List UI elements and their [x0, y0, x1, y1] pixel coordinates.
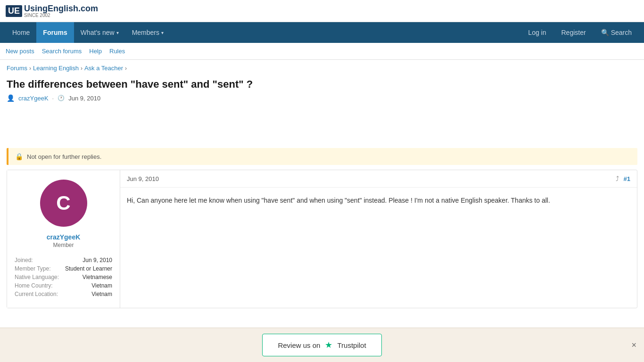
nav-search[interactable]: 🔍 Search: [594, 22, 638, 43]
ad-area: [0, 107, 644, 144]
post-actions: ⤴ #1: [616, 175, 630, 182]
main-nav: Home Forums What's new ▾ Members ▾ Log i…: [0, 22, 644, 43]
page-title: The differences between "have sent" and …: [0, 74, 644, 92]
nav-forums[interactable]: Forums: [36, 22, 74, 43]
user-sidebar: C crazYgeeK Member Joined: Jun 9, 2010 M…: [7, 170, 120, 308]
home-country-value: Vietnam: [64, 281, 112, 290]
breadcrumb-ask-a-teacher[interactable]: Ask a Teacher: [84, 65, 123, 72]
nav-whats-new[interactable]: What's new ▾: [74, 22, 125, 43]
sub-nav: New posts Search forums Help Rules: [0, 43, 644, 60]
member-type-label: Member Type:: [15, 264, 64, 273]
breadcrumb-sep-2: ›: [81, 65, 83, 72]
post-body: Hi, Can anyone here let me know when usi…: [120, 188, 637, 213]
native-lang-value: Vietnamese: [64, 273, 112, 281]
share-icon[interactable]: ⤴: [616, 175, 619, 182]
nav-home[interactable]: Home: [6, 22, 36, 43]
thread-meta: 👤 crazYgeeK · 🕐 Jun 9, 2010: [0, 92, 644, 107]
post-container: C crazYgeeK Member Joined: Jun 9, 2010 M…: [7, 170, 637, 308]
breadcrumb-sep-1: ›: [29, 65, 31, 72]
search-icon: 🔍: [601, 29, 609, 36]
nav-members[interactable]: Members ▾: [125, 22, 170, 43]
breadcrumb-forums[interactable]: Forums: [7, 65, 27, 72]
subnav-search-forums[interactable]: Search forums: [42, 45, 87, 58]
clock-icon: 🕐: [58, 95, 65, 101]
user-meta-table: Joined: Jun 9, 2010 Member Type: Student…: [15, 256, 112, 298]
post-number: #1: [624, 175, 630, 182]
logo-since: SINCE 2002: [24, 13, 98, 18]
site-header: UE UsingEnglish.com SINCE 2002: [0, 0, 644, 22]
user-name[interactable]: crazYgeeK: [47, 233, 81, 241]
home-country-label: Home Country:: [15, 281, 64, 290]
current-location-label: Current Location:: [15, 290, 64, 298]
locked-notice: 🔒 Not open for further replies.: [7, 148, 637, 165]
current-location-value: Vietnam: [64, 290, 112, 298]
nav-right: Log in Register 🔍 Search: [521, 22, 638, 43]
logo-area[interactable]: UE UsingEnglish.com SINCE 2002: [6, 4, 98, 18]
member-type-value: Student or Learner: [64, 264, 112, 273]
breadcrumb-learning-english[interactable]: Learning English: [33, 65, 79, 72]
breadcrumb: Forums › Learning English › Ask a Teache…: [0, 60, 644, 74]
logo-text: UsingEnglish.com: [24, 4, 98, 13]
post-header: Jun 9, 2010 ⤴ #1: [120, 170, 637, 188]
joined-label: Joined:: [15, 256, 64, 264]
lock-icon: 🔒: [15, 153, 23, 160]
members-arrow: ▾: [161, 30, 164, 35]
subnav-rules[interactable]: Rules: [109, 45, 130, 58]
thread-date: Jun 9, 2010: [68, 95, 100, 102]
user-role: Member: [53, 242, 74, 248]
nav-login[interactable]: Log in: [521, 22, 553, 43]
breadcrumb-sep-3: ›: [125, 65, 127, 72]
user-icon: 👤: [7, 94, 15, 102]
subnav-help[interactable]: Help: [89, 45, 107, 58]
post-date: Jun 9, 2010: [127, 175, 159, 182]
joined-value: Jun 9, 2010: [64, 256, 112, 264]
whats-new-arrow: ▾: [116, 30, 119, 35]
avatar: C: [40, 180, 87, 227]
subnav-new-posts[interactable]: New posts: [6, 45, 39, 58]
post-content-area: Jun 9, 2010 ⤴ #1 Hi, Can anyone here let…: [120, 170, 637, 308]
locked-text: Not open for further replies.: [27, 153, 101, 160]
native-lang-label: Native Language:: [15, 273, 64, 281]
nav-register[interactable]: Register: [555, 22, 593, 43]
thread-author[interactable]: crazYgeeK: [18, 95, 49, 102]
logo-ue-box: UE: [6, 5, 22, 17]
